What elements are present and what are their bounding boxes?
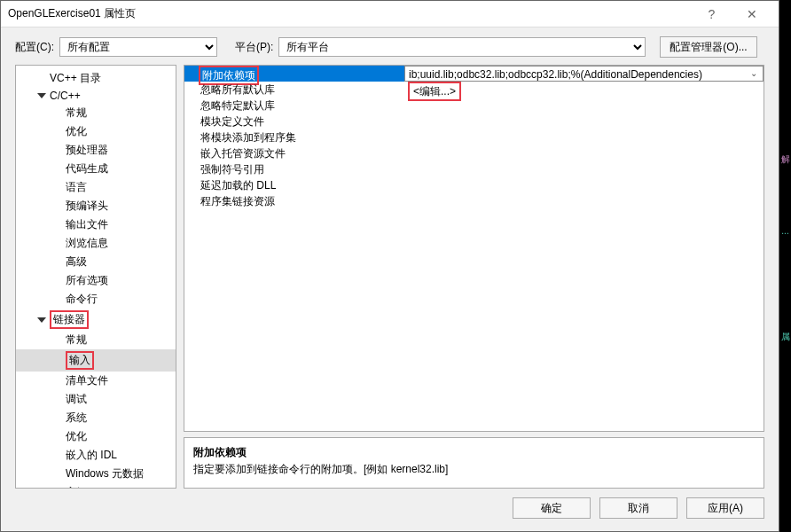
cancel-button[interactable]: 取消 [599, 497, 677, 519]
platform-label: 平台(P): [235, 40, 273, 55]
titlebar: OpenGLExercise01 属性页 ? ✕ [1, 1, 779, 27]
dialog-window: OpenGLExercise01 属性页 ? ✕ 配置(C): 所有配置 平台(… [0, 0, 779, 532]
config-select[interactable]: 所有配置 [59, 37, 217, 57]
tree-ccpp[interactable]: C/C++ [16, 88, 176, 104]
tree-ccpp-cmdline[interactable]: 命令行 [16, 290, 176, 309]
grid-row-ignore-specific[interactable]: 忽略特定默认库 [184, 98, 764, 113]
ide-right-strip: 解 ... 属 [779, 0, 791, 532]
platform-select[interactable]: 所有平台 [278, 37, 646, 57]
dialog-buttons: 确定 取消 应用(A) [1, 489, 779, 528]
grid-row-assembly-link[interactable]: 程序集链接资源 [184, 193, 764, 209]
close-icon[interactable]: ✕ [732, 1, 771, 27]
tree-linker-optimize[interactable]: 优化 [16, 427, 176, 446]
strip-label: 解 [779, 142, 791, 177]
tree-linker-input[interactable]: 输入 [16, 349, 176, 372]
config-row: 配置(C): 所有配置 平台(P): 所有平台 配置管理器(O)... [1, 27, 779, 65]
category-tree[interactable]: VC++ 目录 C/C++ 常规 优化 预处理器 代码生成 语言 预编译头 输出… [15, 65, 176, 489]
tree-linker[interactable]: 链接器 [16, 309, 176, 331]
grid-row-module-def[interactable]: 模块定义文件 [184, 113, 764, 129]
property-grid[interactable]: 附加依赖项 ib;uuid.lib;odbc32.lib;odbccp32.li… [184, 65, 764, 432]
tree-ccpp-general[interactable]: 常规 [16, 104, 176, 122]
grid-row-additional-deps[interactable]: 附加依赖项 ib;uuid.lib;odbc32.lib;odbccp32.li… [184, 66, 764, 82]
chevron-down-icon[interactable]: ⌄ [747, 66, 761, 81]
tree-ccpp-advanced[interactable]: 高级 [16, 253, 176, 271]
window-title: OpenGLExercise01 属性页 [8, 6, 136, 21]
strip-label: 属 [779, 319, 791, 355]
description-text: 指定要添加到链接命令行的附加项。[例如 kernel32.lib] [193, 462, 755, 477]
tree-ccpp-browse[interactable]: 浏览信息 [16, 234, 176, 253]
tree-ccpp-optimize[interactable]: 优化 [16, 122, 176, 141]
chevron-down-icon [37, 317, 46, 323]
tree-ccpp-output[interactable]: 输出文件 [16, 215, 176, 234]
tree-linker-winmd[interactable]: Windows 元数据 [16, 465, 176, 483]
tree-linker-debug[interactable]: 调试 [16, 390, 176, 409]
grid-row-delay-dll[interactable]: 延迟加载的 DLL [184, 177, 764, 193]
tree-ccpp-alloptions[interactable]: 所有选项 [16, 271, 176, 290]
tree-ccpp-language[interactable]: 语言 [16, 178, 176, 197]
grid-value-additional-deps[interactable]: ib;uuid.lib;odbc32.lib;odbccp32.lib;%(Ad… [404, 66, 764, 82]
ok-button[interactable]: 确定 [513, 497, 591, 519]
config-label: 配置(C): [15, 40, 54, 55]
tree-linker-general[interactable]: 常规 [16, 331, 176, 349]
help-icon[interactable]: ? [692, 1, 732, 27]
apply-button[interactable]: 应用(A) [686, 497, 764, 519]
grid-row-force-symbol[interactable]: 强制符号引用 [184, 161, 764, 177]
tree-linker-idl[interactable]: 嵌入的 IDL [16, 446, 176, 465]
chevron-down-icon [37, 93, 46, 98]
tree-linker-advanced[interactable]: 高级 [16, 483, 176, 489]
annotation-box: 输入 [66, 351, 94, 370]
description-panel: 附加依赖项 指定要添加到链接命令行的附加项。[例如 kernel32.lib] [184, 437, 764, 489]
tree-ccpp-codegen[interactable]: 代码生成 [16, 160, 176, 178]
grid-value-ignore-all[interactable]: <编辑...> [404, 82, 764, 98]
tree-ccpp-pch[interactable]: 预编译头 [16, 197, 176, 215]
tree-vcpp-dir[interactable]: VC++ 目录 [16, 69, 176, 88]
tree-ccpp-preprocessor[interactable]: 预处理器 [16, 141, 176, 160]
grid-row-add-assembly[interactable]: 将模块添加到程序集 [184, 129, 764, 145]
tree-linker-system[interactable]: 系统 [16, 409, 176, 427]
strip-label: ... [779, 213, 791, 248]
config-manager-button[interactable]: 配置管理器(O)... [660, 36, 756, 58]
grid-row-ignore-all[interactable]: 忽略所有默认库 <编辑...> [184, 82, 764, 98]
description-title: 附加依赖项 [193, 445, 755, 460]
tree-linker-manifest[interactable]: 清单文件 [16, 372, 176, 390]
annotation-box: 链接器 [50, 310, 89, 329]
grid-row-embed-res[interactable]: 嵌入托管资源文件 [184, 145, 764, 161]
